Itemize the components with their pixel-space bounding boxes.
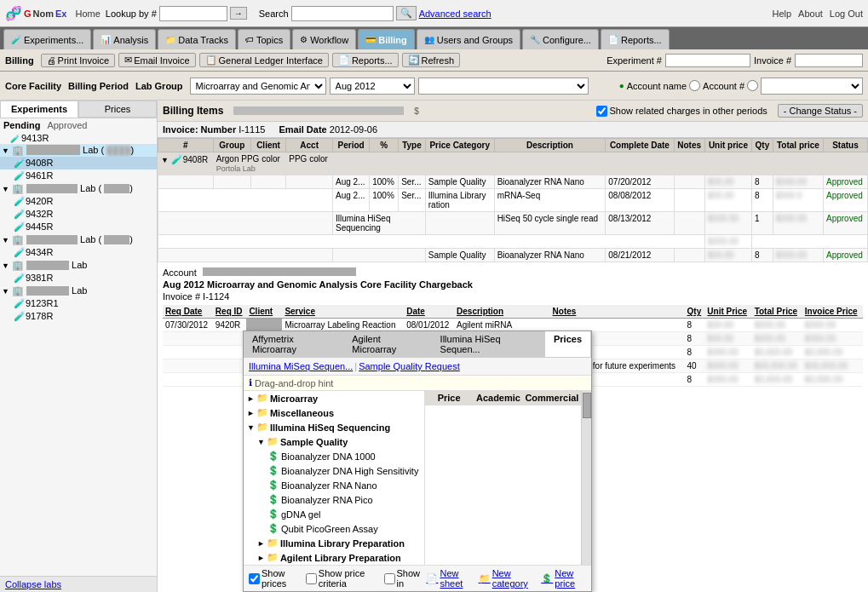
price-item-bio1000[interactable]: 💲 Bioanalyzer DNA 1000 (244, 449, 424, 463)
reports-button[interactable]: 📄 Reports... (332, 53, 399, 67)
scrollbar-thumb[interactable] (583, 393, 591, 418)
price-group-illumina[interactable]: ▼ 📁 Illumina HiSeq Sequencing (244, 420, 424, 434)
popup-tab-illumina-hiseq[interactable]: Illumina HiSeq Sequen... (432, 331, 545, 357)
price-group-misc[interactable]: ► 📁 Miscellaneous (244, 405, 424, 420)
lookup-input[interactable] (159, 6, 227, 21)
show-prices-checkbox[interactable] (249, 573, 260, 584)
show-in-checkbox[interactable] (384, 573, 395, 584)
price-item-biornanano[interactable]: 💲 Bioanalyzer RNA Nano (244, 478, 424, 492)
tree-item-lab2[interactable]: ▼ 🏢 Lab Lab ( xx) (0, 182, 157, 195)
tree-item-9413r[interactable]: 🧪9413R (0, 132, 157, 144)
tree-item-9461r[interactable]: 🧪9461R (0, 170, 157, 182)
account-num-radio[interactable] (747, 80, 758, 91)
tree-item-9123r1[interactable]: 🧪9123R1 (0, 297, 157, 310)
new-sheet-link[interactable]: 📄 New sheet (426, 568, 473, 589)
invoice-input[interactable] (795, 54, 863, 67)
experiment-input[interactable] (665, 54, 750, 67)
tab-experiments-left[interactable]: Experiments (0, 101, 78, 118)
scrollbar[interactable] (581, 391, 591, 565)
tree-item-lab3[interactable]: ▼ 🏢 Lab Lab ( xx) (0, 233, 157, 246)
new-category-link[interactable]: 📁 New category (479, 568, 537, 589)
lookup-button[interactable]: → (230, 7, 247, 20)
search-button[interactable]: 🔍 (396, 6, 417, 20)
ledger-button[interactable]: 📋 General Ledger Interface (199, 53, 329, 67)
table-row[interactable]: Sample Quality Bioanalyzer RNA Nano 08/2… (158, 249, 868, 262)
change-status-button[interactable]: - Change Status - (778, 104, 863, 118)
billing-subtitle (233, 106, 404, 115)
tab-prices-left[interactable]: Prices (78, 101, 157, 118)
col-client: Client (246, 305, 282, 319)
price-item-biodna[interactable]: 💲 Bioanalyzer DNA High Sensitivity (244, 463, 424, 478)
table-row[interactable]: Aug 2... 100% Ser... Sample Quality Bioa… (158, 175, 868, 189)
price-item-biornapico[interactable]: 💲 Bioanalyzer RNA Pico (244, 492, 424, 507)
account-name-radio[interactable] (689, 80, 700, 91)
approved-filter[interactable]: Approved (47, 120, 87, 130)
refresh-button[interactable]: 🔄 Refresh (402, 53, 461, 67)
expand-icon-ill: ▼ (247, 423, 255, 432)
cell-type3: Ser... (399, 189, 426, 212)
show-related-checkbox[interactable] (596, 106, 607, 117)
tab-experiments[interactable]: 🧪 Experiments... (3, 29, 91, 49)
tree-item-lab1[interactable]: ▼ 🏢 Lab (blurred) Lab ( ████) (0, 144, 157, 157)
table-row[interactable]: Aug 2... 100% Ser... Illumina Libraryrat… (158, 189, 868, 212)
popup-tab-prices[interactable]: Prices (545, 331, 591, 357)
tab-topics[interactable]: 🏷 Topics (238, 29, 290, 49)
prices-columns: Price Academic Commercial (425, 391, 582, 565)
tab-users-label: Users and Groups (437, 35, 513, 45)
tree-item-lab5[interactable]: ▼ 🏢 Lab Lab (0, 285, 157, 297)
detail-qty-5: 8 (685, 373, 705, 387)
tree-item-9381r[interactable]: 🧪9381R (0, 272, 157, 285)
help-link[interactable]: Help (772, 9, 791, 19)
new-price-link[interactable]: 💲 New price (541, 568, 586, 589)
about-link[interactable]: About (798, 9, 823, 19)
tree-item-9420r[interactable]: 🧪9420R (0, 195, 157, 208)
tab-billing[interactable]: 💳 Billing (358, 29, 415, 49)
table-row[interactable]: Illumina HiSeqSequencing HiSeq 50 cycle … (158, 212, 868, 235)
popup-tab-agilent[interactable]: Agilent Microarray (343, 331, 431, 357)
tab-datatracks[interactable]: 📁 Data Tracks (158, 29, 236, 49)
price-item-gdna[interactable]: 💲 gDNA gel (244, 507, 424, 521)
tree-item-9434r[interactable]: 🧪9434R (0, 246, 157, 259)
table-row[interactable]: ▼ 🧪9408R Argon PPG colorPortola Lab PPG … (158, 152, 868, 175)
tree-item-9408r[interactable]: 🧪9408R (0, 157, 157, 170)
email-date-value: 2012-09-06 (330, 124, 377, 135)
tree-item-9432r[interactable]: 🧪9432R (0, 208, 157, 221)
tab-analysis[interactable]: 📊 Analysis (93, 29, 156, 49)
billing-period-select[interactable]: Aug 2012 (330, 78, 415, 95)
core-facility-group: Core Facility (5, 81, 61, 91)
cell-empty (333, 152, 868, 175)
users-icon: 👥 (424, 35, 434, 44)
collapse-labs-button[interactable]: Collapse labs (0, 576, 157, 592)
print-invoice-button[interactable]: 🖨 Print Invoice (41, 54, 116, 67)
tree-item-9178r[interactable]: 🧪9178R (0, 310, 157, 323)
tree-item-9445r[interactable]: 🧪9445R (0, 221, 157, 233)
price-group-agilent-lib[interactable]: ► 📁 Agilent Library Preparation (244, 550, 424, 565)
tab-link-sample-quality[interactable]: Sample Quality Request (359, 361, 460, 371)
tree-item-lab4[interactable]: ▼ 🏢 Lab Lab (0, 259, 157, 272)
new-category-text: New category (492, 568, 537, 589)
pending-filter[interactable]: Pending (3, 120, 40, 130)
logo-text2: Nom (33, 9, 54, 19)
price-group-microarray[interactable]: ► 📁 Microarray (244, 391, 424, 405)
logout-link[interactable]: Log Out (830, 9, 863, 19)
tab-link-illumina-miseq[interactable]: Illumina MiSeq Sequen... (249, 361, 353, 371)
price-item-qubit[interactable]: 💲 Qubit PicoGreen Assay (244, 521, 424, 536)
price-group-lib-prep[interactable]: ► 📁 Illumina Library Preparation (244, 536, 424, 550)
tab-workflow[interactable]: ⚙ Workflow (292, 29, 356, 49)
leaf-icon7: 🧪 (14, 247, 26, 257)
search-input[interactable] (291, 6, 394, 21)
tab-users[interactable]: 👥 Users and Groups (417, 29, 520, 49)
email-invoice-button[interactable]: ✉ Email Invoice (118, 53, 195, 67)
home-link[interactable]: Home (75, 9, 100, 19)
show-price-criteria-checkbox[interactable] (306, 573, 317, 584)
core-facility-select[interactable]: Microarray and Genomic Analys (190, 78, 326, 95)
lab-group-select[interactable] (418, 78, 589, 95)
tab-configure[interactable]: 🔧 Configure... (522, 29, 599, 49)
tab-reports[interactable]: 📄 Reports... (601, 29, 670, 49)
popup-tab-affymetrix[interactable]: Affymetrix Microarray (244, 331, 343, 357)
table-row[interactable]: $000.00 (158, 235, 868, 249)
advanced-search-link[interactable]: Advanced search (419, 9, 491, 19)
right-panel[interactable]: Billing Items $ Show related charges in … (158, 101, 868, 592)
price-group-sample-quality[interactable]: ▼ 📁 Sample Quality (244, 434, 424, 449)
account-select[interactable] (761, 78, 863, 95)
